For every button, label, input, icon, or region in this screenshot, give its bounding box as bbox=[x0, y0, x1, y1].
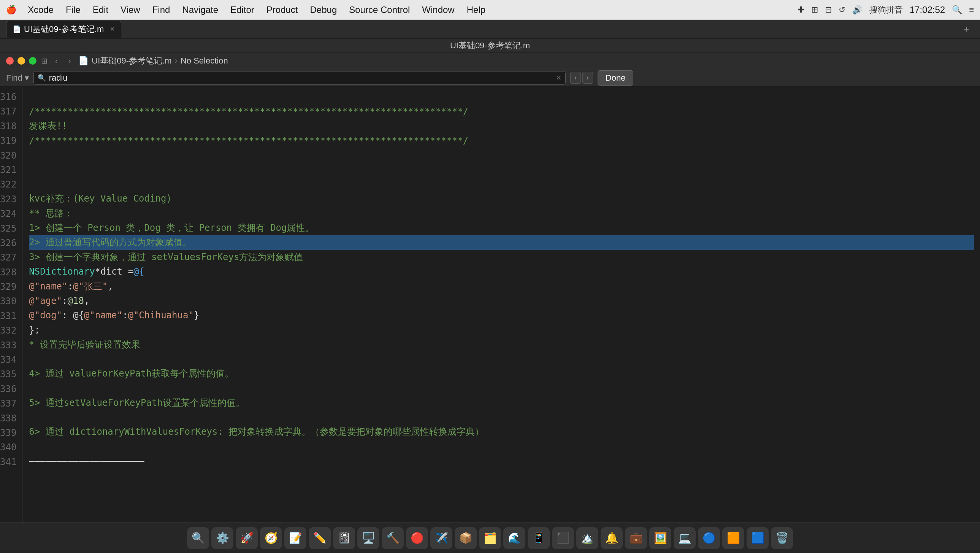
line-number: 319 bbox=[0, 134, 16, 148]
nav-back-button[interactable]: ‹ bbox=[52, 56, 61, 66]
dock-item-app6[interactable]: ⬛ bbox=[552, 527, 574, 549]
dock: 🔍⚙️🚀🧭📝✏️📓🖥️🔨🔴✈️📦🗂️🌊📱⬛🏔️🔔💼🖼️💻🔵🟧🟦🗑️ bbox=[0, 523, 980, 553]
line-number: 338 bbox=[0, 411, 16, 426]
dock-item-app14[interactable]: 🟦 bbox=[746, 527, 768, 549]
traffic-lights bbox=[6, 57, 37, 65]
code-text: @"name" bbox=[84, 308, 123, 322]
minimize-window-button[interactable] bbox=[18, 57, 25, 65]
line-number: 339 bbox=[0, 426, 16, 440]
tabbar: 📄 UI基础09-参考笔记.m ✕ + bbox=[0, 20, 980, 39]
menu-window[interactable]: Window bbox=[417, 3, 460, 17]
menu-view[interactable]: View bbox=[115, 3, 146, 17]
code-text: , bbox=[84, 293, 89, 308]
menu-editor[interactable]: Editor bbox=[225, 3, 259, 17]
editor: 3163173183193203213223233243253263273283… bbox=[0, 87, 980, 536]
line-number: 333 bbox=[0, 338, 16, 352]
tab-label: UI基础09-参考笔记.m bbox=[24, 24, 104, 35]
table-row: @"age" : @18, bbox=[29, 293, 974, 308]
nav-forward-button[interactable]: › bbox=[65, 56, 74, 66]
dock-item-finder[interactable]: 🔍 bbox=[187, 527, 209, 549]
menubar-right: ✚ ⊞ ⊟ ↺ 🔊 搜狗拼音 17:02:52 🔍 ≡ bbox=[797, 4, 974, 16]
find-done-button[interactable]: Done bbox=[598, 70, 634, 86]
menu-find[interactable]: Find bbox=[147, 3, 176, 17]
table-row: 6> 通过 dictionaryWithValuesForKeys: 把对象转换… bbox=[29, 424, 974, 439]
breadcrumb-separator: › bbox=[175, 56, 178, 66]
new-tab-button[interactable]: + bbox=[959, 22, 974, 37]
find-next-button[interactable]: › bbox=[582, 72, 593, 84]
code-text: : bbox=[123, 308, 128, 322]
dock-item-onenote[interactable]: 📓 bbox=[333, 527, 355, 549]
find-dropdown-arrow[interactable]: ▾ bbox=[25, 73, 29, 83]
apple-menu[interactable]: 🍎 bbox=[6, 5, 16, 15]
menu-product[interactable]: Product bbox=[261, 3, 303, 17]
table-row bbox=[29, 177, 974, 191]
table-row: }; bbox=[29, 323, 974, 337]
dock-item-terminal[interactable]: 🖥️ bbox=[357, 527, 379, 549]
dock-item-stickies[interactable]: 📝 bbox=[284, 527, 306, 549]
code-text: 3> 创建一个字典对象，通过 setValuesForKeys方法为对象赋值 bbox=[29, 250, 303, 265]
dock-item-app11[interactable]: 💻 bbox=[674, 527, 696, 549]
menu-xcode[interactable]: Xcode bbox=[22, 3, 59, 17]
display-icon: ⊞ bbox=[811, 5, 818, 15]
code-text: @"dog" bbox=[29, 308, 62, 322]
ime-label[interactable]: 搜狗拼音 bbox=[869, 4, 903, 16]
line-number: 330 bbox=[0, 294, 16, 308]
code-content[interactable]: /***************************************… bbox=[23, 87, 980, 536]
menu-source-control[interactable]: Source Control bbox=[344, 3, 415, 17]
breadcrumb-selection[interactable]: No Selection bbox=[181, 56, 228, 66]
clock: 17:02:52 bbox=[910, 5, 945, 15]
line-numbers: 3163173183193203213223233243253263273283… bbox=[0, 87, 23, 536]
dock-item-app12[interactable]: 🔵 bbox=[698, 527, 720, 549]
dock-item-systempreferences[interactable]: ⚙️ bbox=[212, 527, 234, 549]
table-row: 4> 通过 valueForKeyPath获取每个属性的值。 bbox=[29, 366, 974, 381]
menu-edit[interactable]: Edit bbox=[88, 3, 114, 17]
dock-item-rocketapp[interactable]: 🚀 bbox=[236, 527, 258, 549]
find-search-input[interactable] bbox=[49, 73, 553, 83]
dock-item-filezilla[interactable]: 🗂️ bbox=[479, 527, 501, 549]
line-number: 336 bbox=[0, 382, 16, 396]
table-row: 1> 创建一个 Person 类，Dog 类，让 Person 类拥有 Dog属… bbox=[29, 221, 974, 235]
fullscreen-window-button[interactable] bbox=[29, 57, 37, 65]
find-clear-button[interactable]: ✕ bbox=[556, 74, 562, 82]
table-row: ————————————————————— bbox=[29, 454, 974, 468]
dock-item-app5[interactable]: 📱 bbox=[528, 527, 550, 549]
find-prev-button[interactable]: ‹ bbox=[570, 72, 581, 84]
search-menubar-icon[interactable]: 🔍 bbox=[952, 5, 962, 15]
dock-item-app1[interactable]: 🔴 bbox=[406, 527, 428, 549]
dock-item-app3[interactable]: 📦 bbox=[455, 527, 477, 549]
line-number: 332 bbox=[0, 323, 16, 338]
dock-item-trash[interactable]: 🗑️ bbox=[771, 527, 793, 549]
dock-item-safari[interactable]: 🧭 bbox=[260, 527, 282, 549]
menu-file[interactable]: File bbox=[60, 3, 86, 17]
code-text: 5> 通过setValueForKeyPath设置某个属性的值。 bbox=[29, 395, 245, 410]
menubar: 🍎 Xcode File Edit View Find Navigate Edi… bbox=[0, 0, 980, 20]
table-row: * 设置完毕后验证设置效果 bbox=[29, 337, 974, 352]
code-text: 6> 通过 dictionaryWithValuesForKeys: 把对象转换… bbox=[29, 424, 484, 439]
dock-item-app13[interactable]: 🟧 bbox=[722, 527, 744, 549]
tab-active[interactable]: 📄 UI基础09-参考笔记.m ✕ bbox=[6, 21, 121, 38]
list-icon[interactable]: ≡ bbox=[969, 5, 974, 15]
line-number: 331 bbox=[0, 309, 16, 323]
back-icon: ↺ bbox=[838, 5, 845, 15]
table-row: @"name" : @"张三", bbox=[29, 279, 974, 293]
dock-item-app2[interactable]: ✈️ bbox=[430, 527, 452, 549]
code-text: @18 bbox=[68, 293, 84, 308]
close-window-button[interactable] bbox=[6, 57, 14, 65]
dock-item-app8[interactable]: 🔔 bbox=[601, 527, 623, 549]
navigator-grid-icon[interactable]: ⊞ bbox=[41, 56, 48, 65]
dock-item-xcode[interactable]: 🔨 bbox=[382, 527, 404, 549]
code-text: 发课表!! bbox=[29, 119, 67, 133]
breadcrumb-filename[interactable]: UI基础09-参考笔记.m bbox=[92, 55, 172, 67]
menu-help[interactable]: Help bbox=[461, 3, 491, 17]
menu-navigate[interactable]: Navigate bbox=[177, 3, 224, 17]
dock-item-app7[interactable]: 🏔️ bbox=[576, 527, 598, 549]
layout-icon: ⊟ bbox=[825, 5, 832, 15]
dock-item-app9[interactable]: 💼 bbox=[625, 527, 647, 549]
dock-item-pencil[interactable]: ✏️ bbox=[309, 527, 331, 549]
dock-item-app4[interactable]: 🌊 bbox=[503, 527, 525, 549]
tab-close-icon[interactable]: ✕ bbox=[110, 25, 115, 33]
dock-item-app10[interactable]: 🖼️ bbox=[649, 527, 671, 549]
code-area[interactable]: 3163173183193203213223233243253263273283… bbox=[0, 87, 980, 536]
menu-debug[interactable]: Debug bbox=[305, 3, 342, 17]
line-number: 327 bbox=[0, 250, 16, 265]
